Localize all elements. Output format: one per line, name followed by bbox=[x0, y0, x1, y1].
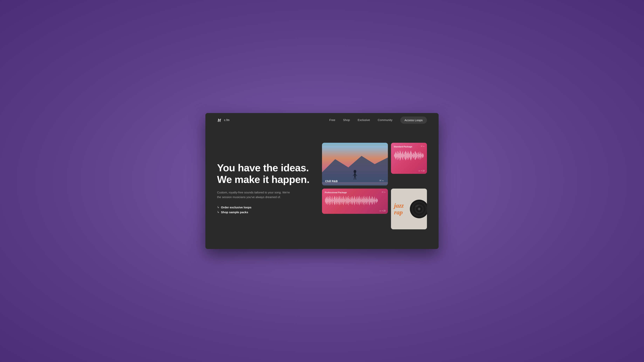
cta-links: ↳ Order exclusive loops ↳ Shop sample pa… bbox=[217, 206, 310, 214]
svg-rect-116 bbox=[349, 199, 350, 202]
svg-rect-65 bbox=[423, 154, 424, 157]
card-chill-rb[interactable]: Chill R&B 𝑀 .fm bbox=[322, 143, 388, 185]
nav-link-community[interactable]: Community bbox=[378, 118, 392, 122]
svg-rect-129 bbox=[356, 199, 356, 202]
logo[interactable]: 𝑀 c.fm bbox=[217, 117, 230, 123]
nav-item-exclusive[interactable]: Exclusive bbox=[358, 118, 370, 122]
svg-rect-130 bbox=[356, 197, 356, 204]
svg-rect-127 bbox=[355, 197, 355, 204]
nav-item-access-loops[interactable]: Access Loops bbox=[400, 116, 427, 124]
svg-rect-154 bbox=[368, 199, 369, 202]
navbar: 𝑀 c.fm Free Shop Exclusive Community Acc… bbox=[206, 113, 438, 127]
svg-rect-160 bbox=[371, 199, 372, 202]
svg-text:𝑀: 𝑀 bbox=[217, 118, 221, 123]
card-jazz-rap[interactable]: jazz rap bbox=[391, 189, 427, 229]
svg-rect-74 bbox=[328, 197, 328, 204]
svg-rect-76 bbox=[329, 198, 330, 203]
svg-rect-7 bbox=[354, 173, 356, 177]
svg-point-181 bbox=[418, 208, 420, 210]
chill-rb-label: Chill R&B bbox=[325, 180, 338, 183]
svg-rect-136 bbox=[359, 196, 360, 205]
access-loops-button[interactable]: Access Loops bbox=[400, 116, 427, 124]
nav-link-free[interactable]: Free bbox=[330, 118, 336, 122]
pro-footer: ∞ × 20 bbox=[380, 210, 386, 212]
svg-rect-162 bbox=[372, 197, 373, 204]
cta-link-exclusive-loops[interactable]: ↳ Order exclusive loops bbox=[217, 206, 310, 209]
svg-rect-17 bbox=[396, 152, 396, 159]
logo-text: c.fm bbox=[224, 118, 230, 122]
svg-rect-40 bbox=[409, 154, 410, 157]
svg-rect-88 bbox=[335, 197, 336, 204]
svg-rect-113 bbox=[348, 198, 348, 203]
nav-link-shop[interactable]: Shop bbox=[343, 118, 350, 122]
svg-text:.fm: .fm bbox=[384, 191, 386, 193]
svg-rect-166 bbox=[374, 197, 375, 204]
svg-rect-22 bbox=[399, 154, 399, 157]
svg-rect-145 bbox=[364, 196, 364, 205]
svg-rect-81 bbox=[332, 198, 332, 204]
svg-rect-164 bbox=[374, 198, 374, 203]
svg-rect-133 bbox=[358, 196, 358, 205]
infinity-icon-pro: ∞ bbox=[380, 210, 381, 212]
svg-rect-36 bbox=[407, 154, 407, 157]
svg-rect-71 bbox=[327, 198, 327, 204]
svg-rect-149 bbox=[366, 199, 366, 202]
svg-rect-77 bbox=[330, 196, 330, 205]
svg-rect-105 bbox=[344, 197, 344, 204]
svg-rect-146 bbox=[364, 198, 365, 203]
svg-rect-70 bbox=[326, 197, 326, 204]
svg-rect-87 bbox=[335, 196, 335, 205]
svg-rect-135 bbox=[359, 199, 359, 202]
svg-rect-126 bbox=[354, 196, 355, 205]
svg-rect-122 bbox=[352, 196, 353, 205]
svg-rect-148 bbox=[365, 197, 366, 204]
svg-rect-99 bbox=[341, 196, 341, 205]
nav-item-community[interactable]: Community bbox=[378, 118, 392, 122]
infinity-icon-standard: ∞ bbox=[418, 170, 420, 172]
svg-rect-42 bbox=[410, 152, 410, 159]
svg-rect-155 bbox=[369, 197, 369, 204]
svg-rect-51 bbox=[415, 151, 416, 160]
svg-rect-14 bbox=[394, 155, 394, 157]
svg-rect-80 bbox=[331, 199, 332, 202]
cta-link-exclusive-label: Order exclusive loops bbox=[221, 206, 252, 209]
svg-rect-33 bbox=[405, 152, 405, 159]
nav-item-free[interactable]: Free bbox=[330, 118, 336, 122]
svg-rect-78 bbox=[330, 197, 330, 204]
svg-rect-75 bbox=[328, 199, 329, 202]
pro-waveform bbox=[325, 195, 385, 206]
nav-link-exclusive[interactable]: Exclusive bbox=[358, 118, 370, 122]
svg-rect-50 bbox=[415, 152, 415, 159]
svg-rect-68 bbox=[325, 199, 326, 202]
svg-rect-125 bbox=[354, 198, 354, 203]
svg-rect-84 bbox=[333, 200, 334, 201]
svg-rect-48 bbox=[414, 153, 414, 158]
svg-rect-140 bbox=[361, 199, 362, 202]
svg-rect-20 bbox=[398, 151, 398, 160]
svg-rect-142 bbox=[362, 198, 363, 203]
svg-rect-57 bbox=[419, 153, 419, 158]
cta-link-sample-packs[interactable]: ↳ Shop sample packs bbox=[217, 211, 310, 214]
pro-title: Professional Package bbox=[325, 191, 385, 194]
svg-rect-163 bbox=[373, 199, 373, 202]
svg-rect-69 bbox=[326, 198, 326, 203]
browser-window: 𝑀 c.fm Free Shop Exclusive Community Acc… bbox=[206, 113, 438, 249]
arrow-icon-2: ↳ bbox=[217, 211, 220, 214]
svg-rect-30 bbox=[403, 154, 404, 157]
card-professional[interactable]: Professional Package bbox=[322, 189, 388, 214]
card-standard[interactable]: Standard Package bbox=[391, 143, 427, 174]
svg-rect-83 bbox=[333, 199, 333, 202]
svg-rect-64 bbox=[423, 153, 423, 158]
svg-rect-109 bbox=[346, 196, 346, 205]
svg-rect-100 bbox=[341, 198, 342, 203]
nav-item-shop[interactable]: Shop bbox=[343, 118, 350, 122]
svg-rect-39 bbox=[408, 152, 409, 159]
standard-logo: 𝑀 .fm bbox=[421, 145, 425, 148]
svg-rect-101 bbox=[342, 199, 342, 202]
svg-rect-114 bbox=[348, 196, 348, 205]
svg-rect-58 bbox=[419, 154, 420, 157]
svg-rect-151 bbox=[367, 196, 367, 205]
svg-rect-37 bbox=[407, 153, 408, 158]
svg-rect-103 bbox=[342, 199, 343, 202]
svg-rect-141 bbox=[362, 197, 362, 204]
